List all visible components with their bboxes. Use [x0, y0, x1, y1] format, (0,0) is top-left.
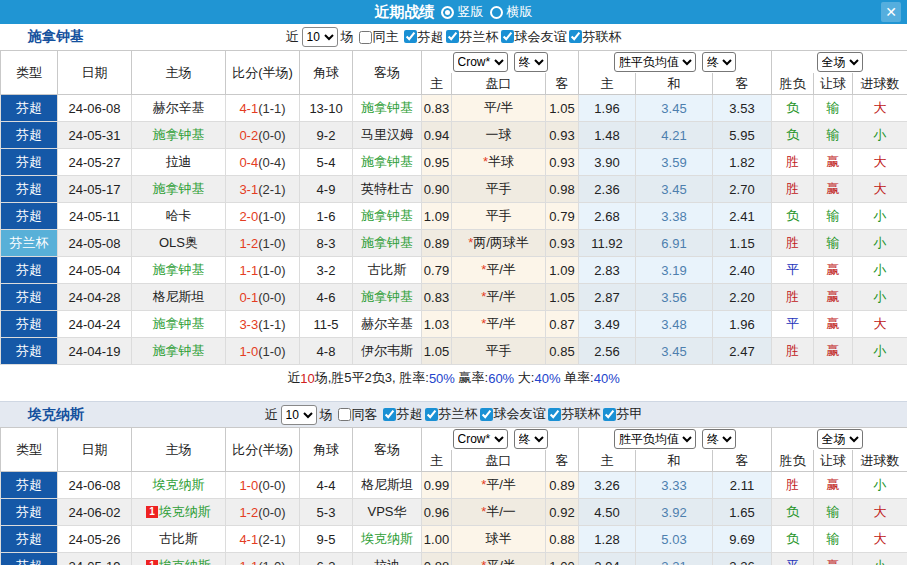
euro-away-odds: 2.11	[713, 472, 772, 499]
score-cell: 1-1(1-0)	[226, 257, 300, 284]
away-team-cell: 伊尔韦斯	[353, 338, 422, 365]
away-team-cell: 施拿钟基	[353, 95, 422, 122]
league-checkbox[interactable]	[569, 30, 582, 43]
corner-cell: 3-2	[300, 257, 353, 284]
team-name: 埃克纳斯	[28, 406, 84, 424]
euro-draw-odds: 3.45	[636, 95, 713, 122]
match-count-select[interactable]: 10	[281, 405, 317, 425]
corner-cell: 13-10	[300, 95, 353, 122]
league-checkbox[interactable]	[425, 408, 438, 421]
close-icon[interactable]: ✕	[881, 2, 901, 22]
league-filter-芬兰杯[interactable]: 芬兰杯	[444, 28, 499, 46]
filter-bar: 近 10 场 同主 芬超 芬兰杯 球会友谊 芬联杯	[286, 27, 622, 47]
scope-select[interactable]: 全场	[817, 429, 863, 449]
league-cell: 芬超	[1, 472, 58, 499]
league-filter-球会友谊[interactable]: 球会友谊	[478, 405, 546, 423]
league-cell: 芬超	[1, 338, 58, 365]
handicap-home-odds: 0.95	[422, 149, 452, 176]
league-filter-芬甲[interactable]: 芬甲	[601, 405, 643, 423]
score-cell: 1-0(1-0)	[226, 338, 300, 365]
summary-part: 40%	[594, 371, 620, 386]
euro-home-odds: 2.56	[579, 338, 636, 365]
league-filter-芬超[interactable]: 芬超	[402, 28, 444, 46]
league-checkbox[interactable]	[446, 30, 459, 43]
home-team-cell: 施拿钟基	[132, 311, 226, 338]
league-cell: 芬超	[1, 95, 58, 122]
match-row: 芬超 24-05-31 施拿钟基 0-2(0-0) 9-2 马里汉姆 0.94 …	[1, 122, 907, 149]
wdl-result: 平	[772, 553, 814, 565]
home-team-cell: 哈卡	[132, 203, 226, 230]
league-filter-芬超[interactable]: 芬超	[381, 405, 423, 423]
league-checkbox[interactable]	[383, 408, 396, 421]
europe-odds-select[interactable]: 胜平负均值	[614, 52, 696, 72]
layout-radio-vertical[interactable]: 竖版	[441, 3, 484, 21]
euro-away-odds: 2.40	[713, 257, 772, 284]
euro-home-odds: 2.68	[579, 203, 636, 230]
same-venue-input[interactable]	[359, 31, 372, 44]
odds-time-select-1[interactable]: 终	[514, 429, 548, 449]
section-header: 施拿钟基 近 10 场 同主 芬超 芬兰杯 球会友谊 芬联杯	[0, 24, 907, 50]
handicap-line: *半/一	[452, 499, 546, 526]
filter-bar: 近 10 场 同客 芬超 芬兰杯 球会友谊 芬联杯 芬甲	[265, 405, 643, 425]
col-handicap-home: 主	[422, 73, 452, 95]
radio-selected-icon[interactable]	[441, 6, 454, 19]
match-row: 芬超 24-05-11 哈卡 2-0(1-0) 1-6 施拿钟基 1.09 平手…	[1, 203, 907, 230]
goals-result: 大	[853, 95, 907, 122]
col-corner: 角球	[300, 428, 353, 472]
league-cell: 芬超	[1, 311, 58, 338]
same-venue-checkbox[interactable]: 同主	[357, 28, 399, 46]
summary-part: 40%	[534, 371, 560, 386]
away-team-cell: 施拿钟基	[353, 149, 422, 176]
away-team-cell: 拉迪	[353, 553, 422, 565]
bookmaker-select[interactable]: Crow*	[453, 429, 508, 449]
corner-cell: 5-4	[300, 149, 353, 176]
corner-cell: 4-9	[300, 176, 353, 203]
odds-time-select-2[interactable]: 终	[702, 52, 736, 72]
same-venue-checkbox[interactable]: 同客	[336, 406, 378, 424]
match-count-select[interactable]: 10	[302, 27, 338, 47]
bookmaker-select[interactable]: Crow*	[453, 52, 508, 72]
handicap-away-odds: 0.98	[546, 176, 579, 203]
wdl-result: 胜	[772, 284, 814, 311]
corner-cell: 4-6	[300, 284, 353, 311]
col-score: 比分(半场)	[226, 51, 300, 95]
corner-cell: 1-6	[300, 203, 353, 230]
league-checkbox[interactable]	[548, 408, 561, 421]
odds-time-select-1[interactable]: 终	[514, 52, 548, 72]
odds-time-select-2[interactable]: 终	[702, 429, 736, 449]
date-cell: 24-06-02	[58, 499, 132, 526]
handicap-away-odds: 1.05	[546, 284, 579, 311]
rank-badge: 1	[146, 506, 158, 518]
league-checkbox[interactable]	[404, 30, 417, 43]
handicap-star: *	[481, 289, 486, 304]
handicap-home-odds: 0.96	[422, 499, 452, 526]
radio-unselected-icon[interactable]	[490, 6, 503, 19]
home-team-cell: 施拿钟基	[132, 257, 226, 284]
league-checkbox[interactable]	[480, 408, 493, 421]
goals-result: 小	[853, 230, 907, 257]
europe-odds-select[interactable]: 胜平负均值	[614, 429, 696, 449]
league-filter-芬联杯[interactable]: 芬联杯	[567, 28, 622, 46]
ah-result: 输	[814, 230, 853, 257]
match-row: 芬超 24-04-24 施拿钟基 3-3(1-1) 11-5 赫尔辛基 1.03…	[1, 311, 907, 338]
euro-home-odds: 2.36	[579, 176, 636, 203]
league-cell: 芬超	[1, 499, 58, 526]
layout-radio-horizontal[interactable]: 横版	[490, 3, 533, 21]
same-venue-input[interactable]	[338, 408, 351, 421]
col-handicap-home: 主	[422, 450, 452, 472]
league-checkbox[interactable]	[603, 408, 616, 421]
col-ah-result: 让球	[814, 450, 853, 472]
handicap-away-odds: 0.93	[546, 230, 579, 257]
handicap-line: 平手	[452, 203, 546, 230]
league-checkbox[interactable]	[501, 30, 514, 43]
euro-draw-odds: 3.33	[636, 472, 713, 499]
goals-result: 大	[853, 526, 907, 553]
match-row: 芬超 24-06-08 埃克纳斯 1-0(0-0) 4-4 格尼斯坦 0.99 …	[1, 472, 907, 499]
league-filter-芬联杯[interactable]: 芬联杯	[546, 405, 601, 423]
league-filter-球会友谊[interactable]: 球会友谊	[499, 28, 567, 46]
ah-result: 输	[814, 499, 853, 526]
scope-select[interactable]: 全场	[817, 52, 863, 72]
euro-away-odds: 3.53	[713, 95, 772, 122]
handicap-home-odds: 1.05	[422, 338, 452, 365]
league-filter-芬兰杯[interactable]: 芬兰杯	[423, 405, 478, 423]
